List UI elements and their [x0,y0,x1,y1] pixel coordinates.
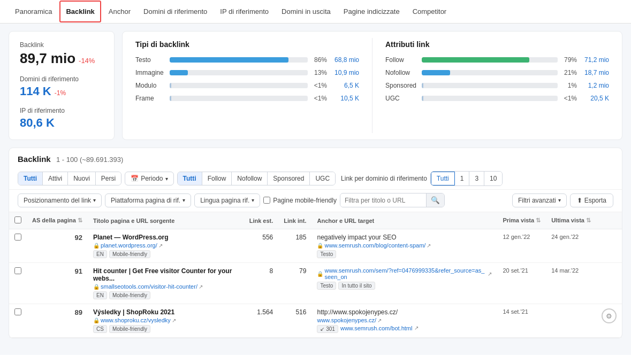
anchor-url-1[interactable]: www.semrush.com/blog/content-spam/ [324,242,425,249]
anchor-url-2[interactable]: www.semrush.com/sem/?ref=0476999335&refe… [324,267,486,280]
bar-row-modulo: Modulo <1% 6,5 K [135,82,359,89]
lock-icon-3: 🔒 [93,317,100,323]
bar-row-nofollow: Nofollow 21% 18,7 mio [385,69,609,76]
page-url-1[interactable]: planet.wordpress.org/ [101,242,157,249]
ext-icon-3b: ↗ [414,325,419,333]
filter-follow[interactable]: Follow [202,172,232,185]
nav-competitor[interactable]: Competitor [406,0,453,23]
filter-ugc[interactable]: UGC [310,172,335,185]
page-url-2[interactable]: smallseotools.com/visitor-hit-counter/ [101,283,197,290]
domini-label: Domini di riferimento [20,75,103,83]
filter-sponsored[interactable]: Sponsored [268,172,310,185]
bar-count-nofollow: 18,7 mio [581,69,609,76]
link-int-cell-3: 516 [278,304,311,338]
link-est-cell-2: 8 [244,263,279,304]
anchor-cell-3: http://www.spokojenypes.cz/ www.spokojen… [311,304,497,338]
bar-count-ugc: 20,5 K [581,95,609,102]
col-prima[interactable]: Prima vista ⇅ [497,212,546,229]
mobile-checkbox[interactable] [263,197,270,204]
row-checkbox-2[interactable] [14,267,21,274]
nav-backlink[interactable]: Backlink [59,1,101,22]
nav-domini-rif[interactable]: Domini di riferimento [137,0,214,23]
bar-count-follow: 71,2 mio [581,56,609,64]
prima-cell-3: 14 set.'21 [497,304,546,338]
nav-panoramica[interactable]: Panoramica [9,0,58,23]
attributi-panel: Attributi link Follow 79% 71,2 mio Nofol… [372,32,622,140]
bar-pct-frame: <1% [312,95,327,102]
bar-label-sponsored: Sponsored [385,82,417,89]
bar-row-follow: Follow 79% 71,2 mio [385,56,609,64]
bar-label-follow: Follow [385,56,417,64]
chevron-down-icon: ▾ [165,176,168,182]
piatt-select[interactable]: Piattaforma pagina di rif. ▾ [105,193,191,207]
filter-domain-1[interactable]: 1 [455,172,470,185]
anchor-tag-sito-2: In tutto il sito [338,282,375,290]
gear-button-3[interactable]: ⚙ [602,308,617,323]
col-anchor: Anchor e URL target [311,212,497,229]
search-input[interactable] [340,194,426,207]
ip-label: IP di riferimento [20,107,103,114]
title-cell-1: Planet — WordPress.org 🔒 planet.wordpres… [88,229,244,263]
search-button[interactable]: 🔍 [426,193,444,207]
col-title: Titolo pagina e URL sorgente [88,212,244,229]
tag-mobile-3: Mobile-friendly [109,325,150,333]
anchor-semrush-3[interactable]: www.semrush.com/bot.html [340,325,412,333]
table-row: 92 Planet — WordPress.org 🔒 planet.wordp… [9,229,622,263]
select-all-checkbox[interactable] [14,216,21,223]
panels-container: Tipi di backlink Testo 86% 68,8 mio Imma… [122,31,622,140]
filter-persi[interactable]: Persi [96,172,121,185]
anchor-url-3[interactable]: www.spokojenypes.cz/ [317,317,376,323]
anchor-cell-1: negatively impact your SEO 🔒 www.semrush… [311,229,497,263]
adv-filter-button[interactable]: Filtri avanzati ▾ [512,193,567,207]
table-row: 91 Hit counter | Get Free visitor Counte… [9,263,622,304]
table-title: Backlink 1 - 100 (~89.691.393) [18,154,613,164]
row-checkbox-1[interactable] [14,234,21,241]
attributi-title: Attributi link [385,40,609,49]
filter-tutti-1[interactable]: Tutti [18,172,43,185]
tipi-title: Tipi di backlink [135,40,359,49]
filter-domain-3[interactable]: 3 [469,172,484,185]
table-subtitle: 1 - 100 (~89.691.393) [56,156,123,164]
bar-row-immagine: Immagine 13% 10,9 mio [135,69,359,76]
bar-pct-ugc: <1% [562,95,577,102]
filter-domain-tutti[interactable]: Tutti [431,172,455,185]
col-checkbox [9,212,27,229]
filter-tutti-2[interactable]: Tutti [178,172,202,185]
nav-ip-rif[interactable]: IP di riferimento [214,0,275,23]
bar-count-modulo: 6,5 K [331,82,359,89]
lingua-select[interactable]: Lingua pagina rif. ▾ [194,193,260,207]
filter-domain-10[interactable]: 10 [484,172,502,185]
ultima-cell-2: 14 mar.'22 [546,263,596,304]
nav-pagine[interactable]: Pagine indicizzate [337,0,406,23]
nav-domini-uscita[interactable]: Domini in uscita [275,0,337,23]
ext-icon-anchor-2: ↗ [488,271,492,277]
col-as[interactable]: AS della pagina ⇅ [27,212,88,229]
mobile-checkbox-label[interactable]: Pagine mobile-friendly [263,197,337,204]
lock-icon-2: 🔒 [93,284,100,290]
link-est-cell-3: 1.564 [244,304,279,338]
page-url-3[interactable]: www.shoproku.cz/vysledky [101,317,171,323]
col-link-int: Link int. [278,212,311,229]
top-nav: Panoramica Backlink Anchor Domini di rif… [0,0,631,24]
nav-anchor[interactable]: Anchor [102,0,137,23]
backlink-value: 89,7 mio [20,50,75,67]
tag-en-2: EN [93,291,107,299]
lock-icon-anchor-2: 🔒 [317,271,323,277]
filter-nuovi[interactable]: Nuovi [68,172,96,185]
anchor-tag-301-3: ↙ 301 [317,325,338,333]
export-button[interactable]: ⬆ Esporta [570,193,613,207]
table-row: 89 Výsledky | ShopRoku 2021 🔒 www.shopro… [9,304,622,338]
period-button[interactable]: 📅 Periodo ▾ [125,172,173,185]
search-wrap: 🔍 [340,193,445,207]
col-ultima[interactable]: Ultima vista ⇅ [546,212,596,229]
bar-pct-modulo: <1% [312,82,327,89]
row-checkbox-3[interactable] [14,308,21,315]
ext-icon-2: ↗ [199,284,203,290]
filter-attivi[interactable]: Attivi [43,172,68,185]
ext-icon-anchor-3: ↗ [377,317,382,323]
chevron-lingua-icon: ▾ [252,197,254,203]
filter-nofollow[interactable]: Nofollow [232,172,268,185]
backlink-table: AS della pagina ⇅ Titolo pagina e URL so… [9,212,622,338]
pos-select[interactable]: Posizionamento del link ▾ [18,193,102,207]
filter-group-3: Tutti 1 3 10 [430,171,503,186]
